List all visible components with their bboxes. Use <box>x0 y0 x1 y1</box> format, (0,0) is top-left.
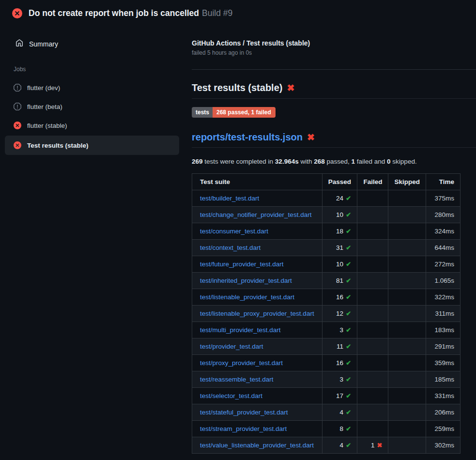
skipped-cell <box>388 289 426 306</box>
suite-link[interactable]: test/value_listenable_provider_test.dart <box>200 442 314 449</box>
breadcrumb: GitHub Actions / Test results (stable) <box>192 39 476 47</box>
sidebar-job-flutter-stable[interactable]: flutter (stable) <box>5 117 179 134</box>
skipped-cell <box>388 256 426 273</box>
tests-status-badge: tests 268 passed, 1 failed <box>192 107 276 118</box>
table-row: test/future_provider_test.dart 10✔ ✖ 272… <box>192 256 461 273</box>
time-cell: 359ms <box>426 355 460 371</box>
time-cell: 322ms <box>426 289 460 306</box>
suite-link[interactable]: test/context_test.dart <box>200 244 261 251</box>
failed-cell: ✖ <box>357 190 388 207</box>
table-row: test/value_listenable_provider_test.dart… <box>192 437 461 454</box>
passed-cell: 16✔ <box>322 355 357 371</box>
table-row: test/listenable_proxy_provider_test.dart… <box>192 306 461 322</box>
failed-cell: ✖ <box>357 338 388 355</box>
skipped-count: 0 <box>387 158 391 165</box>
skipped-cell <box>388 190 426 207</box>
check-icon: ✔ <box>346 425 351 432</box>
table-row: test/provider_test.dart 11✔ ✖ 291ms <box>192 338 461 355</box>
sidebar: Summary Jobs flutter (dev) flutter (beta… <box>0 28 184 156</box>
skipped-cell <box>388 273 426 289</box>
suite-cell: test/change_notifier_provider_test.dart <box>192 207 322 223</box>
suite-cell: test/provider_test.dart <box>192 338 322 355</box>
suite-link[interactable]: test/reassemble_test.dart <box>200 376 274 383</box>
suite-cell: test/multi_provider_test.dart <box>192 322 322 338</box>
suite-link[interactable]: test/change_notifier_provider_test.dart <box>200 211 311 218</box>
suite-link[interactable]: test/selector_test.dart <box>200 392 262 399</box>
build-number: Build #9 <box>202 8 232 18</box>
suite-link[interactable]: test/builder_test.dart <box>200 195 259 202</box>
check-icon: ✔ <box>346 376 351 383</box>
suite-link[interactable]: test/future_provider_test.dart <box>200 261 284 268</box>
skipped-cell <box>388 223 426 240</box>
failed-x-icon: ✖ <box>307 132 315 142</box>
run-status-text: failed 5 hours ago in 0s <box>192 49 476 56</box>
sidebar-job-flutter-beta[interactable]: flutter (beta) <box>5 98 179 115</box>
suite-link[interactable]: test/inherited_provider_test.dart <box>200 277 292 284</box>
failed-cell: ✖ <box>357 322 388 338</box>
table-row: test/stream_provider_test.dart 8✔ ✖ 259m… <box>192 421 461 437</box>
suite-link[interactable]: test/provider_test.dart <box>200 343 263 350</box>
suite-cell: test/proxy_provider_test.dart <box>192 355 322 371</box>
failed-cell: ✖ <box>357 223 388 240</box>
job-label: flutter (beta) <box>27 103 62 110</box>
suite-link[interactable]: test/consumer_test.dart <box>200 228 268 235</box>
suite-link[interactable]: test/listenable_proxy_provider_test.dart <box>200 310 314 317</box>
failed-cell: ✖ <box>357 388 388 404</box>
failed-cell: ✖ <box>357 355 388 371</box>
table-row: test/consumer_test.dart 18✔ ✖ 324ms <box>192 223 461 240</box>
passed-cell: 10✔ <box>322 207 357 223</box>
tests-summary-line: 269 tests were completed in 32.964s with… <box>192 158 476 165</box>
report-file-link[interactable]: reports/test-results.json <box>192 132 303 142</box>
table-row: test/selector_test.dart 17✔ ✖ 331ms <box>192 388 461 404</box>
sidebar-summary-label: Summary <box>29 40 58 48</box>
check-icon: ✔ <box>346 244 351 251</box>
skipped-cell <box>388 322 426 338</box>
time-cell: 206ms <box>426 404 460 421</box>
passed-cell: 17✔ <box>322 388 357 404</box>
col-header-failed: Failed <box>357 174 388 190</box>
passed-cell: 12✔ <box>322 306 357 322</box>
passed-cell: 4✔ <box>322 404 357 421</box>
failed-cell: ✖ <box>357 256 388 273</box>
sidebar-job-test-results-stable[interactable]: Test results (stable) <box>5 136 179 155</box>
suite-link[interactable]: test/listenable_provider_test.dart <box>200 293 294 301</box>
check-icon: ✔ <box>346 326 351 334</box>
check-icon: ✔ <box>346 442 351 449</box>
check-icon: ✔ <box>346 211 351 218</box>
check-icon: ✔ <box>346 392 351 399</box>
run-header: Do not create report when job is cancell… <box>0 0 476 25</box>
col-header-passed: Passed <box>322 174 357 190</box>
sidebar-job-flutter-dev[interactable]: flutter (dev) <box>5 79 179 96</box>
check-icon: ✔ <box>346 261 351 268</box>
sidebar-item-summary[interactable]: Summary <box>0 34 184 53</box>
time-cell: 272ms <box>426 256 460 273</box>
test-results-table: Test suite Passed Failed Skipped Time te… <box>192 173 461 454</box>
suite-cell: test/builder_test.dart <box>192 190 322 207</box>
suite-cell: test/inherited_provider_test.dart <box>192 273 322 289</box>
suite-cell: test/listenable_provider_test.dart <box>192 289 322 306</box>
suite-cell: test/value_listenable_provider_test.dart <box>192 437 322 454</box>
skipped-cell <box>388 404 426 421</box>
table-row: test/reassemble_test.dart 3✔ ✖ 185ms <box>192 371 461 388</box>
passed-cell: 10✔ <box>322 256 357 273</box>
suite-link[interactable]: test/proxy_provider_test.dart <box>200 359 283 367</box>
x-icon: ✖ <box>377 442 383 449</box>
suite-link[interactable]: test/stream_provider_test.dart <box>200 425 287 432</box>
suite-cell: test/future_provider_test.dart <box>192 256 322 273</box>
passed-cell: 3✔ <box>322 322 357 338</box>
skipped-cell <box>388 388 426 404</box>
failed-cell: ✖ <box>357 207 388 223</box>
check-icon: ✔ <box>346 277 351 284</box>
failed-circle-icon <box>12 8 22 18</box>
failed-x-icon: ✖ <box>287 83 294 93</box>
failed-circle-icon <box>14 141 21 149</box>
passed-cell: 8✔ <box>322 421 357 437</box>
table-row: test/listenable_provider_test.dart 16✔ ✖… <box>192 289 461 306</box>
suite-cell: test/reassemble_test.dart <box>192 371 322 388</box>
suite-link[interactable]: test/stateful_provider_test.dart <box>200 409 288 416</box>
time-cell: 259ms <box>426 421 460 437</box>
suite-link[interactable]: test/multi_provider_test.dart <box>200 326 281 334</box>
failed-circle-icon <box>14 122 21 129</box>
failed-cell: ✖ <box>357 240 388 256</box>
failed-cell: ✖ <box>357 421 388 437</box>
